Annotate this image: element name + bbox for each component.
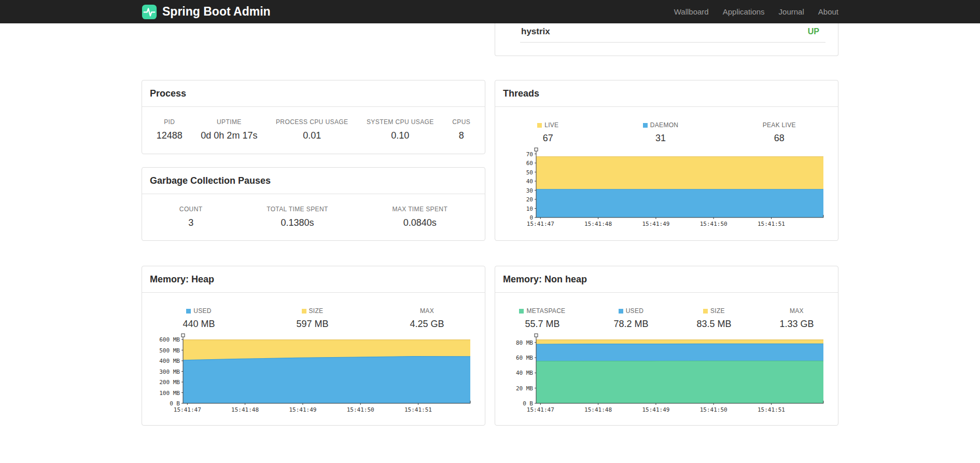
- svg-text:20: 20: [526, 196, 533, 203]
- health-row-hystrix: hystrix UP: [520, 25, 825, 43]
- svg-text:15:41:51: 15:41:51: [758, 221, 785, 227]
- metric-cpus: CPUS 8: [452, 118, 470, 141]
- metric-pid: PID 12488: [157, 118, 183, 141]
- metric-gc-total-time: TOTAL TIME SPENT 0.1380s: [267, 206, 328, 228]
- svg-text:100 MB: 100 MB: [159, 390, 180, 397]
- threads-panel: Threads LIVE 67 DAEMON 31 PEAK LIVE 68 0…: [495, 80, 838, 241]
- metric-process-cpu-usage: PROCESS CPU USAGE 0.01: [276, 118, 348, 141]
- svg-text:200 MB: 200 MB: [159, 379, 180, 386]
- svg-text:15:41:48: 15:41:48: [231, 406, 259, 413]
- main-content: Process PID 12488 UPTIME 0d 0h 2m 17s PR…: [142, 23, 838, 426]
- legend-value: 83.5 MB: [696, 319, 731, 330]
- legend-label: DAEMON: [650, 121, 678, 129]
- nav-wallboard[interactable]: Wallboard: [674, 7, 709, 16]
- metric-label: PROCESS CPU USAGE: [276, 118, 348, 126]
- health-panel-fragment: hystrix UP: [495, 23, 838, 56]
- svg-text:600 MB: 600 MB: [159, 336, 180, 343]
- legend-value: 440 MB: [183, 319, 215, 330]
- svg-text:15:41:50: 15:41:50: [699, 221, 727, 227]
- legend-label: USED: [193, 307, 212, 315]
- svg-text:10: 10: [526, 206, 533, 212]
- left-column: Process PID 12488 UPTIME 0d 0h 2m 17s PR…: [142, 23, 485, 426]
- memory-heap-chart: 0 B100 MB200 MB300 MB400 MB500 MB600 MB1…: [153, 333, 474, 415]
- legend-item-used: USED 440 MB: [183, 307, 215, 330]
- svg-text:20 MB: 20 MB: [515, 385, 533, 392]
- metric-label: UPTIME: [201, 118, 257, 126]
- metric-gc-max-time: MAX TIME SPENT 0.0840s: [392, 206, 447, 228]
- navbar-inner: Spring Boot Admin Wallboard Applications…: [142, 0, 838, 23]
- memory-nonheap-chart: 0 B20 MB40 MB60 MB80 MB15:41:4715:41:481…: [506, 333, 828, 415]
- metric-value: 0.1380s: [267, 217, 328, 228]
- legend-label: MAX: [420, 307, 434, 315]
- legend-item-size: SIZE 83.5 MB: [696, 307, 731, 330]
- svg-text:15:41:47: 15:41:47: [173, 406, 201, 413]
- svg-text:40 MB: 40 MB: [515, 370, 533, 376]
- legend-value: 55.7 MB: [519, 319, 565, 330]
- process-metrics: PID 12488 UPTIME 0d 0h 2m 17s PROCESS CP…: [142, 107, 485, 141]
- legend-item-used: USED 78.2 MB: [613, 307, 648, 330]
- health-check-name: hystrix: [521, 26, 550, 37]
- legend-label: METASPACE: [526, 307, 565, 315]
- metric-value: 0.10: [367, 130, 434, 141]
- metric-label: COUNT: [179, 206, 203, 213]
- svg-text:500 MB: 500 MB: [159, 347, 180, 354]
- svg-text:80 MB: 80 MB: [515, 339, 533, 346]
- threads-panel-title: Threads: [495, 80, 838, 107]
- svg-text:70: 70: [526, 151, 533, 158]
- metric-gc-count: COUNT 3: [179, 206, 203, 228]
- series-swatch: [537, 123, 542, 128]
- brand-link[interactable]: Spring Boot Admin: [142, 4, 271, 20]
- legend-item-metaspace: METASPACE 55.7 MB: [519, 307, 565, 330]
- svg-text:40: 40: [526, 178, 533, 185]
- svg-text:50: 50: [526, 169, 533, 176]
- legend-label: SIZE: [309, 307, 324, 315]
- process-panel-title: Process: [142, 80, 485, 107]
- metric-value: 12488: [157, 130, 183, 141]
- metric-system-cpu-usage: SYSTEM CPU USAGE 0.10: [367, 118, 434, 141]
- metric-label: SYSTEM CPU USAGE: [367, 118, 434, 126]
- legend-item-live: LIVE 67: [537, 121, 558, 144]
- legend-item-daemon: DAEMON 31: [643, 121, 678, 144]
- metric-uptime: UPTIME 0d 0h 2m 17s: [201, 118, 257, 141]
- svg-text:15:41:49: 15:41:49: [642, 221, 669, 227]
- gc-metrics: COUNT 3 TOTAL TIME SPENT 0.1380s MAX TIM…: [142, 194, 485, 228]
- legend-label: USED: [626, 307, 644, 315]
- metric-value: 3: [179, 217, 203, 228]
- series-swatch: [519, 309, 524, 314]
- series-swatch: [703, 309, 708, 314]
- legend-label: PEAK LIVE: [763, 121, 796, 129]
- svg-text:15:41:48: 15:41:48: [584, 406, 612, 413]
- legend-value: 597 MB: [296, 319, 328, 330]
- metric-value: 8: [452, 130, 470, 141]
- series-swatch: [302, 309, 306, 314]
- svg-text:400 MB: 400 MB: [159, 358, 180, 364]
- legend-item-peak-live: PEAK LIVE 68: [763, 121, 796, 144]
- nav-journal[interactable]: Journal: [779, 7, 804, 16]
- svg-text:15:41:49: 15:41:49: [642, 406, 669, 413]
- svg-text:15:41:50: 15:41:50: [699, 406, 727, 413]
- navbar-links: Wallboard Applications Journal About: [674, 7, 838, 16]
- nav-applications[interactable]: Applications: [723, 7, 765, 16]
- legend-item-size: SIZE 597 MB: [296, 307, 328, 330]
- navbar: Spring Boot Admin Wallboard Applications…: [0, 0, 980, 23]
- memory-heap-panel-title: Memory: Heap: [142, 266, 485, 293]
- svg-text:15:41:48: 15:41:48: [584, 221, 612, 227]
- svg-text:30: 30: [526, 187, 533, 194]
- metric-label: TOTAL TIME SPENT: [267, 206, 328, 213]
- legend-value: 1.33 GB: [779, 319, 814, 330]
- metric-label: PID: [157, 118, 183, 126]
- series-swatch: [619, 309, 623, 314]
- status-badge: UP: [808, 27, 819, 36]
- legend-label: LIVE: [544, 121, 558, 129]
- process-panel: Process PID 12488 UPTIME 0d 0h 2m 17s PR…: [142, 80, 485, 154]
- metric-label: MAX TIME SPENT: [392, 206, 447, 213]
- svg-text:300 MB: 300 MB: [159, 369, 180, 375]
- brand-title: Spring Boot Admin: [162, 5, 271, 19]
- svg-text:15:41:51: 15:41:51: [758, 406, 785, 413]
- svg-text:15:41:50: 15:41:50: [346, 406, 374, 413]
- nav-about[interactable]: About: [818, 7, 838, 16]
- metric-label: CPUS: [452, 118, 470, 126]
- svg-text:15:41:47: 15:41:47: [526, 406, 554, 413]
- memory-nonheap-legend: METASPACE 55.7 MB USED 78.2 MB SIZE 83.5…: [495, 293, 838, 330]
- svg-text:60: 60: [526, 160, 533, 167]
